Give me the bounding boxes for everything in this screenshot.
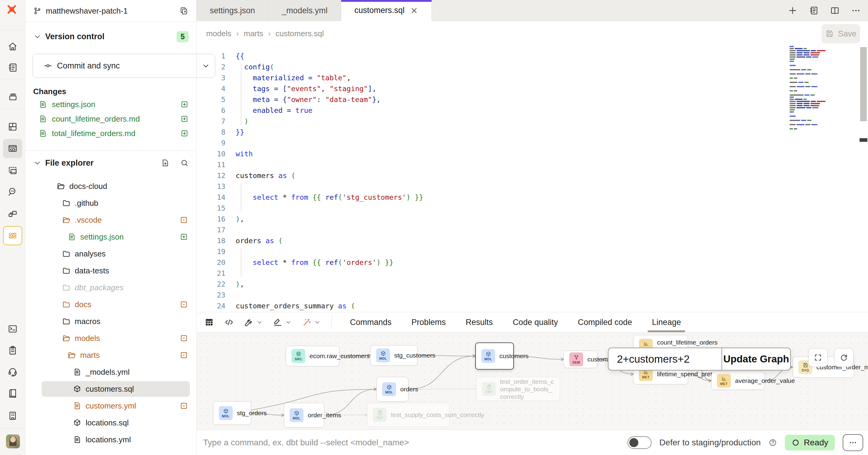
lineage-node-order_items[interactable]: MDLorder_items xyxy=(284,403,324,428)
plus-icon[interactable] xyxy=(788,6,798,16)
scrollbar-thumb[interactable] xyxy=(860,47,867,121)
stage-file-icon[interactable] xyxy=(180,100,189,109)
user-avatar[interactable] xyxy=(6,434,20,448)
stage-file-icon[interactable] xyxy=(180,129,189,138)
copy-branch-icon[interactable] xyxy=(180,7,188,15)
rail-item-book[interactable] xyxy=(3,384,22,403)
panel-tab-lineage[interactable]: Lineage xyxy=(652,312,681,332)
lineage-node-orders[interactable]: MDLorders xyxy=(376,377,408,402)
rail-item-building[interactable] xyxy=(3,406,22,425)
rail-item-dashed-frame[interactable] xyxy=(3,161,22,180)
notebook-icon[interactable] xyxy=(809,6,818,16)
stage-file-icon[interactable] xyxy=(180,115,189,123)
tree-item-settings-json[interactable]: settings.json xyxy=(25,228,196,245)
lineage-canvas[interactable]: SRCecom.raw_customersMDLstg_customersMDL… xyxy=(196,333,868,430)
minimap[interactable] xyxy=(789,46,841,131)
rail-item-atom[interactable] xyxy=(3,226,22,245)
lineage-node-src_raw[interactable]: SRCecom.raw_customers xyxy=(286,346,339,366)
panel-tabs: CommandsProblemsResultsCode qualityCompi… xyxy=(332,312,681,332)
breadcrumb-item[interactable]: customers.sql xyxy=(276,29,324,38)
tree-item-dbt-packages[interactable]: dbt_packages xyxy=(25,279,196,296)
file-explorer-header[interactable]: File explorer xyxy=(25,153,196,173)
save-button[interactable]: Save xyxy=(822,24,860,44)
update-graph-button[interactable]: Update Graph xyxy=(721,348,790,370)
tree-item-macros[interactable]: macros xyxy=(25,313,196,330)
lineage-node-test_supply[interactable]: TSTtest_supply_costs_sum_correctly xyxy=(367,403,450,427)
pen-tool[interactable] xyxy=(273,317,292,327)
code-icon[interactable] xyxy=(224,317,234,327)
tree-item-docs[interactable]: docs xyxy=(25,296,196,313)
commit-and-sync-button[interactable]: Commit and sync xyxy=(33,54,215,78)
rail-item-terminal[interactable] xyxy=(3,319,22,339)
tab--models-yml[interactable]: _models.yml xyxy=(269,0,341,21)
split-icon[interactable] xyxy=(830,6,840,16)
panel-tab-code-quality[interactable]: Code quality xyxy=(513,312,558,332)
wrench-tool[interactable] xyxy=(244,317,263,327)
rail-item-headset[interactable] xyxy=(3,362,22,381)
panel-tab-commands[interactable]: Commands xyxy=(350,312,392,332)
editor-scrollbar[interactable] xyxy=(860,47,867,312)
changed-file-row[interactable]: total_lifetime_orders.md xyxy=(25,126,196,141)
branch-row[interactable]: matthewshaver-patch-1 xyxy=(25,0,196,22)
table-filled-icon[interactable] xyxy=(204,317,214,327)
wand-tool[interactable] xyxy=(302,317,321,327)
search-files-icon[interactable] xyxy=(180,159,189,167)
lineage-node-customers_mdl[interactable]: MDLcustomers xyxy=(475,342,514,370)
tree-item-docs-cloud[interactable]: docs-cloud xyxy=(25,178,196,195)
defer-toggle[interactable] xyxy=(627,436,652,449)
lineage-node-stg_customers[interactable]: MDLstg_customers xyxy=(370,345,417,366)
status-more-button[interactable] xyxy=(843,434,863,451)
panel-tab-compiled-code[interactable]: Compiled code xyxy=(578,312,632,332)
rail-item-search-eye[interactable] xyxy=(3,182,22,202)
tab-customers-sql[interactable]: customers.sql xyxy=(341,0,432,21)
tab-settings-json[interactable]: settings.json xyxy=(196,0,269,21)
panel-tab-results[interactable]: Results xyxy=(466,312,493,332)
tree-item-locations-yml[interactable]: locations.yml xyxy=(25,431,196,448)
tree-item-analyses[interactable]: analyses xyxy=(25,245,196,262)
changed-file-label: total_lifetime_orders.md xyxy=(52,129,176,138)
tree-item-marts[interactable]: marts xyxy=(25,347,196,364)
refresh-graph-button[interactable] xyxy=(834,348,854,367)
lineage-node-avg_order_value[interactable]: METaverage_order_value xyxy=(711,372,765,390)
new-file-icon[interactable] xyxy=(161,159,169,167)
code-line: 18orders as ( xyxy=(196,235,868,246)
lineage-node-customers_sem[interactable]: SEMcustomers xyxy=(564,350,597,368)
rail-item-layers[interactable] xyxy=(3,87,22,107)
tree-item--vscode[interactable]: .vscode xyxy=(25,211,196,228)
commit-options-caret[interactable] xyxy=(196,54,215,78)
tree-item--models-yml[interactable]: _models.yml xyxy=(25,364,196,380)
wrench-icon xyxy=(244,317,254,327)
rail-item-home[interactable] xyxy=(3,37,22,56)
tree-item-models[interactable]: models xyxy=(25,330,196,347)
breadcrumb-item[interactable]: models xyxy=(206,29,231,38)
rail-item-dbt-logo[interactable] xyxy=(3,2,22,18)
rail-item-clipboard[interactable] xyxy=(3,341,22,360)
tree-item--github[interactable]: .github xyxy=(25,195,196,211)
rail-item-notebook[interactable] xyxy=(3,58,22,77)
code-line: 22), xyxy=(196,279,868,290)
lineage-node-test_order[interactable]: TSTtest_order_items_compute_to_bools_cor… xyxy=(476,377,560,401)
ellipsis-icon[interactable] xyxy=(851,6,861,16)
code-line: 6 enabled = true xyxy=(196,105,868,116)
graph-search-box: 2+customers+2 Update Graph xyxy=(608,348,791,371)
version-control-header[interactable]: Version control 5 xyxy=(25,27,196,46)
lineage-node-stg_orders[interactable]: MDLstg_orders xyxy=(213,401,251,425)
tree-item-locations-sql[interactable]: locations.sql xyxy=(25,414,196,431)
fullscreen-button[interactable] xyxy=(808,348,828,367)
graph-search-input[interactable]: 2+customers+2 xyxy=(609,348,721,370)
tree-item-data-tests[interactable]: data-tests xyxy=(25,262,196,279)
code-editor[interactable]: 1{{2 config(3 materialized = "table",4 t… xyxy=(196,46,868,312)
breadcrumb-separator: › xyxy=(236,29,239,38)
panel-tab-problems[interactable]: Problems xyxy=(411,312,446,332)
changed-file-row[interactable]: count_lifetime_orders.md xyxy=(25,112,196,126)
tree-item-customers-sql[interactable]: customers.sql xyxy=(25,380,196,397)
breadcrumb-item[interactable]: marts xyxy=(244,29,264,38)
defer-help-icon[interactable] xyxy=(769,438,777,447)
rail-item-code-frame[interactable] xyxy=(3,139,22,158)
rail-item-flow[interactable] xyxy=(3,204,22,224)
rail-item-grid[interactable] xyxy=(3,117,22,136)
tree-item-customers-yml[interactable]: customers.yml xyxy=(25,397,196,414)
close-tab-icon[interactable] xyxy=(410,6,418,15)
changed-file-row[interactable]: settings.json xyxy=(25,97,196,112)
command-input[interactable]: Type a command, ex. dbt build --select <… xyxy=(196,438,627,448)
